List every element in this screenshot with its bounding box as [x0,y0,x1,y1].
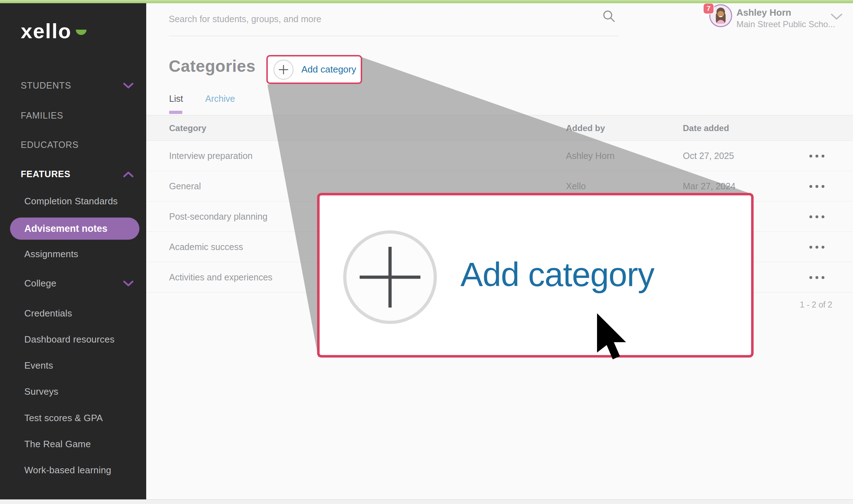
sidebar-item-label: Advisement notes [24,218,108,240]
sidebar-item-label: Assignments [24,249,78,259]
add-category-button[interactable]: Add category [266,55,362,84]
chevron-down-icon[interactable] [831,14,842,20]
sidebar-item-label: Test scores & GPA [24,413,103,423]
horizontal-scrollbar-track[interactable] [0,499,853,504]
column-header-added-by: Added by [566,115,605,141]
sidebar-item-label: Events [24,360,53,371]
sidebar-item-label: College [24,278,56,289]
row-actions-menu-icon[interactable] [803,141,831,171]
search-underline [169,36,618,36]
added-by-cell: Ashley Horn [566,141,615,171]
add-category-callout: Add category [317,193,754,358]
sidebar-item-label: Dashboard resources [24,334,114,345]
sidebar-item-label: FEATURES [21,169,70,179]
row-actions-menu-icon[interactable] [803,262,831,293]
plus-icon [343,230,437,324]
row-actions-menu-icon[interactable] [803,201,831,232]
table-header-row: Category Added by Date added [146,115,853,141]
sidebar-item-surveys[interactable]: Surveys [24,386,58,397]
column-header-category: Category [169,115,206,141]
tab-archive[interactable]: Archive [205,94,235,104]
logo-text: xello [21,19,72,43]
sidebar-item-work-based-learning[interactable]: Work-based learning [24,464,111,476]
category-cell: Interview preparation [169,141,252,171]
sidebar-item-families[interactable]: FAMILIES [21,110,63,121]
date-added-cell: Oct 27, 2025 [683,141,734,171]
sidebar-item-label: Surveys [24,386,58,397]
table-row: Interview preparation Ashley Horn Oct 27… [146,141,853,171]
tab-list[interactable]: List [169,94,183,104]
category-cell: Academic success [169,232,243,262]
sidebar-item-label: Completion Standards [24,196,118,206]
row-actions-menu-icon[interactable] [803,232,831,262]
category-cell: Activities and experiences [169,262,272,293]
sidebar-item-test-scores-gpa[interactable]: Test scores & GPA [24,412,103,424]
sidebar-item-label: The Real Game [24,439,91,449]
add-category-label: Add category [301,64,356,75]
plus-icon [273,60,294,80]
profile-school: Main Street Public Scho... [736,19,835,29]
xello-logo[interactable]: xello [21,19,72,43]
chevron-up-icon [123,171,133,177]
page-title: Categories [169,56,256,76]
sidebar-item-advisement-notes[interactable]: Advisement notes [10,218,139,240]
category-cell: Post-secondary planning [169,201,267,232]
search-input[interactable] [169,6,591,31]
sidebar-item-completion-standards[interactable]: Completion Standards [24,195,118,207]
sidebar-item-dashboard-resources[interactable]: Dashboard resources [24,334,114,345]
sidebar-item-events[interactable]: Events [24,360,53,371]
top-accent-bar [0,0,853,3]
active-tab-indicator [169,111,182,114]
column-header-date-added: Date added [683,115,729,141]
notification-badge[interactable]: 7 [703,3,714,14]
category-cell: General [169,171,201,201]
callout-label: Add category [460,255,654,294]
sidebar-item-label: FAMILIES [21,110,63,120]
sidebar-item-educators[interactable]: EDUCATORS [21,139,79,150]
sidebar-item-label: EDUCATORS [21,140,79,150]
sidebar: xello STUDENTS FAMILIES EDUCATORS FEATUR… [0,3,146,499]
sidebar-item-the-real-game[interactable]: The Real Game [24,438,91,450]
sidebar-item-label: STUDENTS [21,80,71,90]
sidebar-item-features[interactable]: FEATURES [21,168,70,180]
sidebar-item-label: Credentials [24,308,72,319]
search-icon[interactable] [602,9,616,24]
sidebar-item-college[interactable]: College [24,278,56,289]
chevron-down-icon [123,83,133,89]
sidebar-item-assignments[interactable]: Assignments [24,248,78,260]
row-actions-menu-icon[interactable] [803,171,831,201]
sidebar-item-credentials[interactable]: Credentials [24,308,72,319]
logo-o-accent [76,30,87,35]
profile-menu[interactable]: 7 Ashley Horn Main Street Public Scho... [701,3,851,35]
sidebar-item-label: Work-based learning [24,465,111,475]
sidebar-item-students[interactable]: STUDENTS [21,80,71,91]
mouse-cursor-icon [597,313,633,363]
chevron-down-icon [123,281,133,286]
profile-name: Ashley Horn [736,7,791,18]
